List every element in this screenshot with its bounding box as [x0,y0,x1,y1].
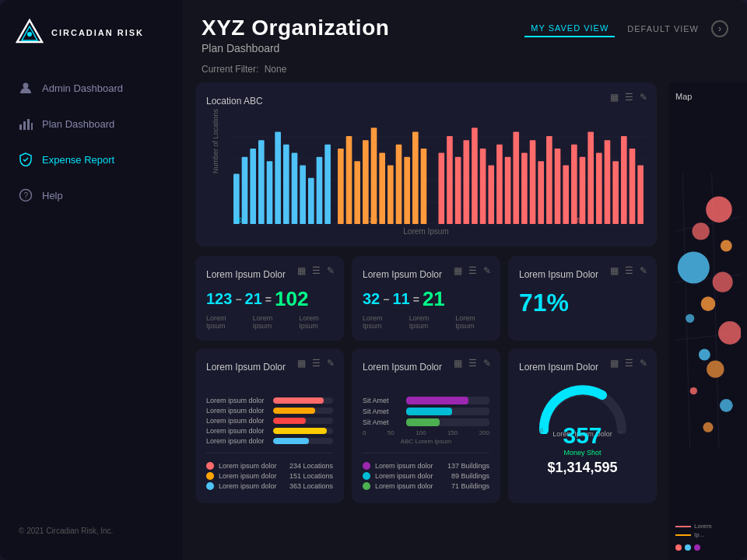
svg-rect-45 [488,166,494,224]
y-axis-label: Number of Locations [212,109,219,173]
sidebar-item-help[interactable]: ? Help [0,179,183,212]
svg-rect-59 [605,140,611,224]
metric-card-1: Lorem Ipsum Dolor ▦ ☰ ✎ 123 − 21 = 102 [195,256,344,341]
bc3-bar-icon[interactable]: ▦ [610,358,619,369]
help-icon: ? [19,188,33,202]
mc2-bar-icon[interactable]: ▦ [454,265,462,276]
mc3-list-icon[interactable]: ☰ [625,265,633,276]
svg-rect-44 [480,149,486,224]
svg-rect-47 [505,157,511,224]
svg-rect-60 [612,161,619,224]
svg-rect-61 [621,136,627,224]
metric-sub-1: Lorem Ipsum Lorem Ipsum Lorem Ipsum [206,314,333,330]
bc1-bar-icon[interactable]: ▦ [297,358,306,369]
svg-text:250: 250 [369,216,377,224]
bc2-list-icon[interactable]: ☰ [468,358,477,369]
mc1-list-icon[interactable]: ☰ [312,265,321,276]
svg-rect-55 [571,145,577,224]
plan-label: Plan Dashboard [42,118,114,130]
gauge-number: 357 [563,422,601,449]
svg-point-82 [718,321,741,345]
percent-value: 71% [519,289,646,317]
header: XYZ Organization Plan Dashboard MY SAVED… [183,0,747,64]
svg-point-3 [23,83,29,89]
svg-rect-53 [555,149,561,224]
metric-card-3-title: Lorem Ipsum Dolor [519,269,598,280]
bc3-list-icon[interactable]: ☰ [625,358,633,369]
bottom-card-3: Lorem Ipsum Dolor ▦ ☰ ✎ [508,348,657,503]
view-options-button[interactable]: › [711,20,728,37]
main-chart-icons: ▦ ☰ ✎ [610,92,647,103]
metric-sub-2: Lorem Ipsum Lorem Ipsum Lorem Ipsum [363,314,489,330]
svg-rect-50 [530,140,536,224]
svg-rect-5 [23,121,26,130]
bc1-edit-icon[interactable]: ✎ [327,358,335,369]
mc1-bar-icon[interactable]: ▦ [297,265,306,276]
bc1-list-icon[interactable]: ☰ [312,358,321,369]
sidebar-item-admin[interactable]: Admin Dashboard [0,72,183,104]
svg-rect-19 [258,140,265,224]
tab-my-saved-view[interactable]: MY SAVED VIEW [524,20,615,37]
metric-cards-row: Lorem Ipsum Dolor ▦ ☰ ✎ 123 − 21 = 102 [195,256,657,341]
svg-rect-21 [275,132,281,224]
map-panel: Map [669,82,747,560]
bc1-bars: Lorem ipsum dolor Lorem ipsum dolor Lore… [206,397,333,445]
mc1-edit-icon[interactable]: ✎ [327,265,335,276]
val2-2: 11 [392,290,409,308]
svg-rect-54 [563,166,569,224]
svg-text:350: 350 [575,216,583,224]
bc2-legend: Lorem ipsum dolor137 Buildings Lorem ips… [363,453,489,490]
mc3-bar-icon[interactable]: ▦ [610,265,619,276]
svg-rect-25 [308,178,314,224]
metric-card-1-icons: ▦ ☰ ✎ [297,265,335,276]
svg-marker-0 [17,20,42,42]
svg-rect-52 [546,136,552,224]
bc3-edit-icon[interactable]: ✎ [640,358,647,369]
svg-point-87 [703,422,713,432]
map-title: Map [675,92,741,101]
filter-label: Current Filter: [202,64,258,75]
svg-point-81 [686,314,694,323]
svg-rect-42 [463,140,469,224]
content-area: Location ABC ▦ ☰ ✎ Number of Locations [183,82,747,560]
shield-icon [19,152,33,166]
filter-value: None [265,64,287,75]
edit-icon[interactable]: ✎ [640,92,647,103]
svg-rect-35 [396,145,402,224]
page-subtitle: Plan Dashboard [202,42,389,54]
bc2-edit-icon[interactable]: ✎ [483,358,491,369]
bc3-icons: ▦ ☰ ✎ [610,358,647,369]
result1: 102 [275,287,308,311]
svg-point-83 [699,349,710,361]
bc2-bar-icon[interactable]: ▦ [454,358,462,369]
mc2-edit-icon[interactable]: ✎ [483,265,491,276]
header-left: XYZ Organization Plan Dashboard [202,16,389,54]
mc3-edit-icon[interactable]: ✎ [640,265,647,276]
svg-rect-48 [513,132,519,224]
view-tabs: MY SAVED VIEW DEFAULT VIEW › [524,20,728,37]
svg-text:0: 0 [540,428,543,433]
bc1-title: Lorem Ipsum Dolor [206,362,286,373]
svg-rect-20 [267,161,273,224]
metric-card-1-title: Lorem Ipsum Dolor [206,269,286,280]
mc2-list-icon[interactable]: ☰ [468,265,477,276]
result2: 21 [423,287,445,311]
main-bar-chart-svg: 90 250 350 [231,115,646,224]
main-chart-title: Location ABC [206,96,263,107]
sidebar-item-plan[interactable]: Plan Dashboard [0,107,183,140]
metric-formula-1: 123 − 21 = 102 [206,287,333,311]
list-icon[interactable]: ☰ [625,92,633,103]
tab-default-view[interactable]: DEFAULT VIEW [621,21,705,37]
bar-chart-wrapper: Number of Locations [206,115,646,224]
bottom-cards-row: Lorem Ipsum Dolor ▦ ☰ ✎ Lorem ipsum dolo… [195,348,657,503]
metric-card-2-icons: ▦ ☰ ✎ [454,265,491,276]
bar-chart-icon[interactable]: ▦ [610,92,619,103]
logo-text: Circadian Risk [51,28,144,37]
org-title: XYZ Organization [202,16,389,40]
svg-rect-58 [596,152,602,224]
svg-rect-63 [637,166,644,224]
sidebar-item-expense[interactable]: Expense Report [0,143,183,176]
svg-rect-28 [338,149,344,224]
svg-text:...: ... [618,428,622,433]
svg-rect-31 [363,140,369,224]
